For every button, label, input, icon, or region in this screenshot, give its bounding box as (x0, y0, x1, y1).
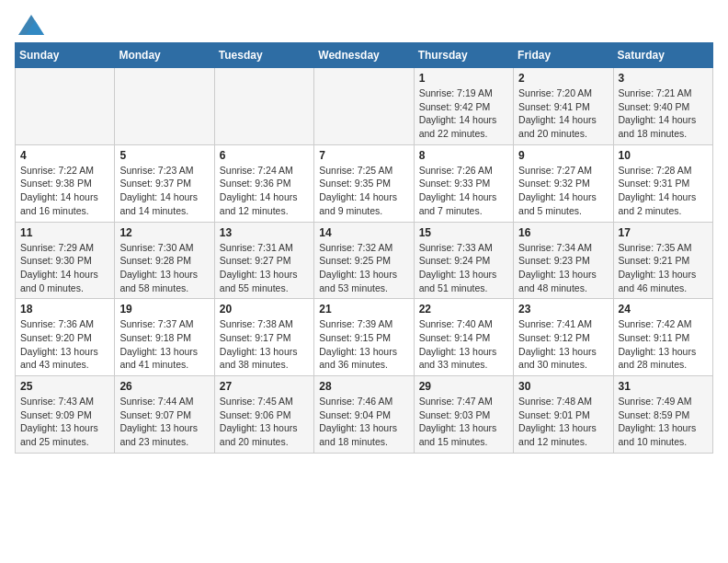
day-number: 3 (619, 72, 708, 85)
day-info: Sunrise: 7:30 AMSunset: 9:28 PMDaylight:… (119, 241, 209, 295)
calendar-day-cell: 9Sunrise: 7:27 AMSunset: 9:32 PMDaylight… (514, 144, 613, 222)
calendar-week-row: 25Sunrise: 7:43 AMSunset: 9:09 PMDayligh… (16, 376, 713, 454)
calendar-week-row: 11Sunrise: 7:29 AMSunset: 9:30 PMDayligh… (16, 222, 713, 299)
day-number: 23 (518, 303, 608, 316)
day-number: 27 (220, 380, 309, 393)
calendar-day-cell: 18Sunrise: 7:36 AMSunset: 9:20 PMDayligh… (16, 299, 115, 376)
weekday-header: Monday (115, 43, 214, 68)
day-info: Sunrise: 7:36 AMSunset: 9:20 PMDaylight:… (20, 317, 109, 372)
day-number: 1 (419, 72, 508, 85)
day-number: 11 (20, 226, 109, 239)
calendar-day-cell: 17Sunrise: 7:35 AMSunset: 9:21 PMDayligh… (613, 222, 712, 299)
day-number: 29 (419, 380, 508, 393)
calendar-day-cell: 13Sunrise: 7:31 AMSunset: 9:27 PMDayligh… (214, 222, 313, 299)
day-number: 21 (319, 303, 408, 316)
calendar-day-cell: 22Sunrise: 7:40 AMSunset: 9:14 PMDayligh… (414, 299, 513, 376)
day-info: Sunrise: 7:44 AMSunset: 9:07 PMDaylight:… (119, 395, 209, 449)
day-info: Sunrise: 7:25 AMSunset: 9:35 PMDaylight:… (319, 164, 408, 218)
calendar-day-cell: 8Sunrise: 7:26 AMSunset: 9:33 PMDaylight… (414, 144, 513, 222)
day-info: Sunrise: 7:28 AMSunset: 9:31 PMDaylight:… (619, 164, 708, 218)
day-number: 28 (319, 380, 408, 393)
calendar-day-cell: 16Sunrise: 7:34 AMSunset: 9:23 PMDayligh… (514, 222, 613, 299)
day-number: 17 (619, 226, 708, 239)
day-number: 2 (518, 72, 608, 85)
day-info: Sunrise: 7:45 AMSunset: 9:06 PMDaylight:… (220, 395, 309, 449)
calendar-day-cell: 11Sunrise: 7:29 AMSunset: 9:30 PMDayligh… (16, 222, 115, 299)
day-info: Sunrise: 7:43 AMSunset: 9:09 PMDaylight:… (20, 395, 109, 449)
day-info: Sunrise: 7:48 AMSunset: 9:01 PMDaylight:… (518, 395, 608, 449)
calendar-day-cell: 24Sunrise: 7:42 AMSunset: 9:11 PMDayligh… (613, 299, 712, 376)
day-info: Sunrise: 7:49 AMSunset: 8:59 PMDaylight:… (619, 395, 708, 449)
day-info: Sunrise: 7:33 AMSunset: 9:24 PMDaylight:… (419, 241, 508, 295)
day-info: Sunrise: 7:42 AMSunset: 9:11 PMDaylight:… (619, 317, 708, 372)
calendar-day-cell: 12Sunrise: 7:30 AMSunset: 9:28 PMDayligh… (115, 222, 214, 299)
calendar-day-cell (214, 68, 313, 145)
calendar-day-cell: 3Sunrise: 7:21 AMSunset: 9:40 PMDaylight… (613, 68, 712, 145)
day-info: Sunrise: 7:19 AMSunset: 9:42 PMDaylight:… (419, 86, 508, 141)
calendar-day-cell: 29Sunrise: 7:47 AMSunset: 9:03 PMDayligh… (414, 376, 513, 454)
calendar-day-cell: 28Sunrise: 7:46 AMSunset: 9:04 PMDayligh… (314, 376, 414, 454)
calendar-day-cell: 27Sunrise: 7:45 AMSunset: 9:06 PMDayligh… (214, 376, 313, 454)
day-number: 19 (119, 303, 209, 316)
calendar-day-cell (16, 68, 115, 145)
day-number: 6 (220, 149, 309, 162)
day-number: 14 (319, 226, 408, 239)
day-info: Sunrise: 7:35 AMSunset: 9:21 PMDaylight:… (619, 241, 708, 295)
day-info: Sunrise: 7:46 AMSunset: 9:04 PMDaylight:… (319, 395, 408, 449)
day-info: Sunrise: 7:39 AMSunset: 9:15 PMDaylight:… (319, 317, 408, 372)
day-number: 9 (518, 149, 608, 162)
calendar-week-row: 4Sunrise: 7:22 AMSunset: 9:38 PMDaylight… (16, 144, 713, 222)
calendar-week-row: 1Sunrise: 7:19 AMSunset: 9:42 PMDaylight… (16, 68, 713, 145)
day-number: 15 (419, 226, 508, 239)
day-number: 16 (518, 226, 608, 239)
day-info: Sunrise: 7:24 AMSunset: 9:36 PMDaylight:… (220, 164, 309, 218)
calendar-day-cell: 14Sunrise: 7:32 AMSunset: 9:25 PMDayligh… (314, 222, 414, 299)
day-info: Sunrise: 7:21 AMSunset: 9:40 PMDaylight:… (619, 86, 708, 141)
day-info: Sunrise: 7:38 AMSunset: 9:17 PMDaylight:… (220, 317, 309, 372)
day-number: 25 (20, 380, 109, 393)
weekday-header: Thursday (414, 43, 513, 68)
day-info: Sunrise: 7:26 AMSunset: 9:33 PMDaylight:… (419, 164, 508, 218)
day-info: Sunrise: 7:20 AMSunset: 9:41 PMDaylight:… (518, 86, 608, 141)
day-number: 4 (20, 149, 109, 162)
calendar-day-cell: 26Sunrise: 7:44 AMSunset: 9:07 PMDayligh… (115, 376, 214, 454)
calendar-header-row: SundayMondayTuesdayWednesdayThursdayFrid… (16, 43, 713, 68)
day-number: 5 (119, 149, 209, 162)
calendar-day-cell: 1Sunrise: 7:19 AMSunset: 9:42 PMDaylight… (414, 68, 513, 145)
day-number: 20 (220, 303, 309, 316)
day-info: Sunrise: 7:32 AMSunset: 9:25 PMDaylight:… (319, 241, 408, 295)
day-number: 22 (419, 303, 508, 316)
day-number: 24 (619, 303, 708, 316)
logo (15, 15, 44, 35)
day-number: 7 (319, 149, 408, 162)
calendar-day-cell: 23Sunrise: 7:41 AMSunset: 9:12 PMDayligh… (514, 299, 613, 376)
day-info: Sunrise: 7:23 AMSunset: 9:37 PMDaylight:… (119, 164, 209, 218)
page-header (15, 15, 713, 35)
day-number: 31 (619, 380, 708, 393)
calendar-day-cell: 20Sunrise: 7:38 AMSunset: 9:17 PMDayligh… (214, 299, 313, 376)
calendar-day-cell: 21Sunrise: 7:39 AMSunset: 9:15 PMDayligh… (314, 299, 414, 376)
weekday-header: Wednesday (314, 43, 414, 68)
weekday-header: Saturday (613, 43, 712, 68)
calendar-day-cell: 25Sunrise: 7:43 AMSunset: 9:09 PMDayligh… (16, 376, 115, 454)
day-number: 18 (20, 303, 109, 316)
weekday-header: Tuesday (214, 43, 313, 68)
day-info: Sunrise: 7:29 AMSunset: 9:30 PMDaylight:… (20, 241, 109, 295)
calendar-day-cell: 15Sunrise: 7:33 AMSunset: 9:24 PMDayligh… (414, 222, 513, 299)
calendar-day-cell: 7Sunrise: 7:25 AMSunset: 9:35 PMDaylight… (314, 144, 414, 222)
day-info: Sunrise: 7:40 AMSunset: 9:14 PMDaylight:… (419, 317, 508, 372)
calendar-week-row: 18Sunrise: 7:36 AMSunset: 9:20 PMDayligh… (16, 299, 713, 376)
calendar-day-cell: 4Sunrise: 7:22 AMSunset: 9:38 PMDaylight… (16, 144, 115, 222)
day-info: Sunrise: 7:31 AMSunset: 9:27 PMDaylight:… (220, 241, 309, 295)
calendar-day-cell: 31Sunrise: 7:49 AMSunset: 8:59 PMDayligh… (613, 376, 712, 454)
calendar-day-cell: 10Sunrise: 7:28 AMSunset: 9:31 PMDayligh… (613, 144, 712, 222)
day-number: 10 (619, 149, 708, 162)
weekday-header: Friday (514, 43, 613, 68)
day-number: 30 (518, 380, 608, 393)
day-info: Sunrise: 7:22 AMSunset: 9:38 PMDaylight:… (20, 164, 109, 218)
weekday-header: Sunday (16, 43, 115, 68)
day-info: Sunrise: 7:47 AMSunset: 9:03 PMDaylight:… (419, 395, 508, 449)
calendar-table: SundayMondayTuesdayWednesdayThursdayFrid… (15, 42, 713, 454)
day-info: Sunrise: 7:34 AMSunset: 9:23 PMDaylight:… (518, 241, 608, 295)
day-number: 8 (419, 149, 508, 162)
